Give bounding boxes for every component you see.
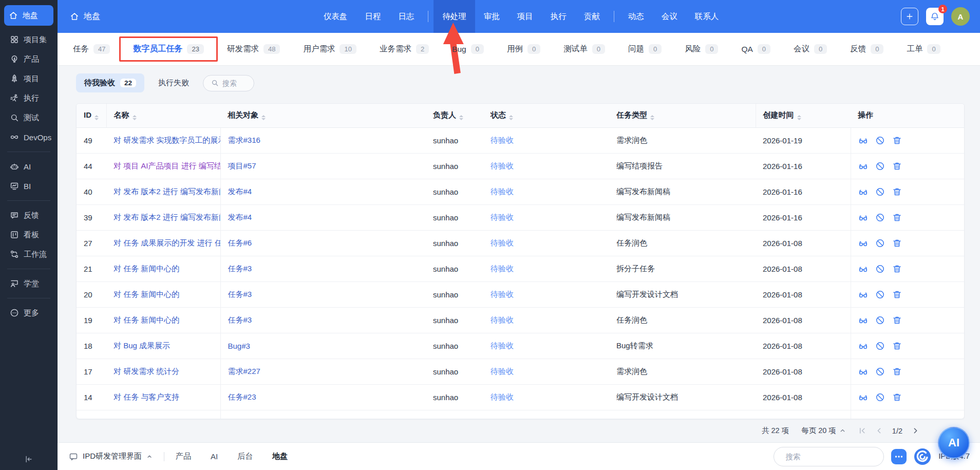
nav-item[interactable]: 日程 (356, 0, 389, 33)
entity-tab[interactable]: 用例 0 (507, 44, 540, 54)
column-header[interactable]: 名称 (106, 104, 220, 127)
filter-pending-acceptance[interactable]: 待我验收 22 (76, 73, 144, 92)
nav-item[interactable]: 会议 (653, 0, 686, 33)
review-glasses-icon[interactable] (858, 341, 868, 351)
sidebar-item[interactable]: 测试 (5, 110, 52, 125)
cell-related-object-link[interactable]: 任务#6 (228, 238, 252, 247)
cell-status[interactable]: 待验收 (491, 290, 514, 298)
notifications-button[interactable]: 1 (926, 8, 944, 25)
sort-toggle[interactable] (95, 115, 99, 120)
cancel-ban-icon[interactable] (875, 315, 885, 325)
sidebar-item[interactable]: 项目集 (5, 32, 52, 47)
cell-task-name-link[interactable]: 对 发布 版本2 进行 编写发布新闻稿 (114, 213, 220, 221)
cancel-ban-icon[interactable] (875, 161, 885, 171)
list-search-box[interactable] (203, 75, 254, 91)
entity-tab[interactable]: 业务需求 2 (380, 44, 429, 54)
column-header[interactable]: 负责人 (426, 104, 483, 127)
cancel-ban-icon[interactable] (875, 367, 885, 377)
cell-task-name-link[interactable]: 对 任务 新闻中心的 (114, 315, 179, 324)
delete-trash-icon[interactable] (892, 213, 902, 222)
delete-trash-icon[interactable] (892, 367, 902, 377)
sidebar-item[interactable]: DevOps (5, 129, 52, 145)
delete-trash-icon[interactable] (892, 341, 902, 351)
column-header[interactable]: ID (77, 104, 106, 127)
topbar-brand[interactable]: 地盘 (70, 11, 100, 22)
cell-related-object-link[interactable]: 发布#4 (228, 187, 252, 196)
footer-link[interactable]: 地盘 (272, 452, 288, 461)
cancel-ban-icon[interactable] (875, 238, 885, 248)
review-glasses-icon[interactable] (858, 238, 868, 248)
cell-status[interactable]: 待验收 (491, 392, 514, 401)
review-glasses-icon[interactable] (858, 264, 868, 274)
entity-tab[interactable]: Bug 0 (452, 44, 484, 54)
entity-tab[interactable]: 数字员工任务 23 (133, 44, 203, 54)
cancel-ban-icon[interactable] (875, 264, 885, 274)
cell-task-name-link[interactable]: 对 任务 新闻中心的 (114, 264, 179, 273)
cancel-ban-icon[interactable] (875, 392, 885, 402)
delete-trash-icon[interactable] (892, 161, 902, 171)
cell-status[interactable]: 待验收 (491, 161, 514, 170)
delete-trash-icon[interactable] (892, 238, 902, 248)
sidebar-item[interactable]: 更多 (5, 305, 52, 321)
footer-link[interactable]: AI (211, 452, 218, 461)
cell-status[interactable]: 待验收 (491, 367, 514, 375)
page-size-select[interactable]: 每页 20 项 (801, 426, 846, 436)
cell-task-name-link[interactable]: 对 任务 与客户支持 (114, 392, 179, 401)
nav-item[interactable]: 待处理 (434, 0, 475, 33)
global-search-box[interactable] (774, 447, 884, 466)
cell-related-object-link[interactable]: 项目#57 (228, 161, 256, 170)
ai-assistant-fab[interactable]: AI (938, 427, 970, 459)
cell-related-object-link[interactable]: 任务#3 (228, 290, 252, 298)
cancel-ban-icon[interactable] (875, 187, 885, 197)
cell-task-name-link[interactable]: 对 任务 新闻中心的 (114, 290, 179, 298)
next-page-button[interactable] (912, 427, 919, 435)
entity-tab[interactable]: 工单 0 (907, 44, 940, 54)
avatar[interactable]: A (951, 7, 970, 26)
cell-related-object-link[interactable]: 发布#4 (228, 213, 252, 221)
sort-toggle[interactable] (650, 115, 654, 120)
cell-status[interactable]: 待验收 (491, 315, 514, 324)
entity-tab[interactable]: 用户需求 10 (303, 44, 356, 54)
sidebar-item[interactable]: 工作流 (5, 247, 52, 262)
sidebar-item[interactable]: 反馈 (5, 208, 52, 223)
cancel-ban-icon[interactable] (875, 341, 885, 351)
sidebar-item[interactable]: 学堂 (5, 276, 52, 291)
cancel-ban-icon[interactable] (875, 213, 885, 222)
sort-toggle[interactable] (133, 115, 137, 120)
cell-status[interactable]: 待验收 (491, 213, 514, 221)
nav-item[interactable]: 日志 (389, 0, 423, 33)
cell-task-name-link[interactable]: 对 研发需求 实现数字员工的展示卡片 进行 (114, 136, 220, 144)
entity-tab[interactable]: 研发需求 48 (227, 44, 280, 54)
entity-tab[interactable]: 反馈 0 (850, 44, 883, 54)
delete-trash-icon[interactable] (892, 315, 902, 325)
review-glasses-icon[interactable] (858, 392, 868, 402)
sidebar-item[interactable]: 看板 (5, 227, 52, 242)
sidebar-collapse-button[interactable] (0, 455, 58, 464)
entity-tab[interactable]: 会议 0 (794, 44, 827, 54)
app-switcher[interactable]: IPD研发管理界面 (69, 452, 153, 461)
sort-toggle[interactable] (509, 115, 513, 120)
entity-tab[interactable]: 任务 47 (73, 44, 110, 54)
footer-link[interactable]: 后台 (237, 452, 253, 461)
review-glasses-icon[interactable] (858, 367, 868, 377)
zentao-logo[interactable] (914, 448, 931, 465)
entity-tab[interactable]: 问题 0 (628, 44, 662, 54)
sidebar-item[interactable]: AI (5, 159, 52, 174)
nav-item[interactable]: 动态 (619, 0, 653, 33)
cell-related-object-link[interactable]: 需求#227 (228, 367, 260, 375)
column-header[interactable]: 状态 (483, 104, 609, 127)
feedback-chat-button[interactable] (891, 449, 907, 464)
nav-item[interactable]: 贡献 (575, 0, 609, 33)
delete-trash-icon[interactable] (892, 264, 902, 274)
cell-task-name-link[interactable]: 对 发布 版本2 进行 编写发布新闻稿 (114, 187, 220, 196)
entity-tab[interactable]: QA 0 (741, 44, 770, 54)
review-glasses-icon[interactable] (858, 161, 868, 171)
sidebar-item[interactable]: 执行 (5, 90, 52, 106)
review-glasses-icon[interactable] (858, 315, 868, 325)
cell-related-object-link[interactable]: 需求#316 (228, 136, 260, 144)
cell-status[interactable]: 待验收 (491, 187, 514, 196)
sort-toggle[interactable] (261, 115, 266, 120)
prev-page-button[interactable] (875, 427, 883, 435)
cell-related-object-link[interactable]: 任务#3 (228, 315, 252, 324)
global-search-input[interactable] (785, 453, 881, 461)
